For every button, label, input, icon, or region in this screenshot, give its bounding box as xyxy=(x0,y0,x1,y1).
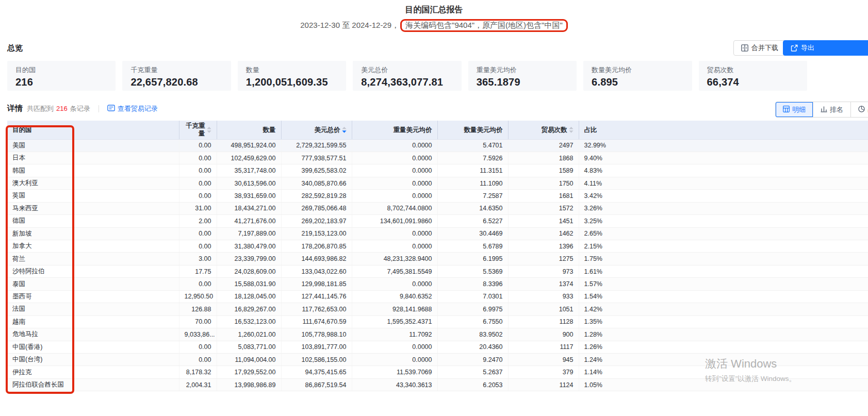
value-cell: 17,929,552.00 xyxy=(217,366,281,378)
destination-cell: 中国(香港) xyxy=(7,341,179,353)
stat-label: 重量美元均价 xyxy=(477,65,568,75)
table-row: 美国0.00498,951,924.002,729,321,599.550.00… xyxy=(7,139,868,152)
column-label: 千克重量 xyxy=(185,122,205,137)
table-icon xyxy=(783,106,790,114)
table-row: 危地马拉9,033,86...1,260,021.00105,778,988.1… xyxy=(7,328,868,341)
column-header-重量美元均价: 重量美元均价 xyxy=(352,121,437,139)
tab-明细[interactable]: 明细 xyxy=(776,102,813,117)
value-cell: 1396 xyxy=(508,240,579,253)
details-heading: 详情 xyxy=(7,104,23,113)
export-icon xyxy=(791,44,798,52)
value-cell: 777,938,577.51 xyxy=(281,152,352,164)
divider xyxy=(99,105,99,112)
value-cell: 6.2053 xyxy=(437,378,508,391)
value-cell: 105,778,988.10 xyxy=(281,328,352,341)
destination-cell: 法国 xyxy=(7,303,179,315)
value-cell: 1572 xyxy=(508,202,579,214)
value-cell: 1462 xyxy=(508,227,579,240)
value-cell: 3.25% xyxy=(579,215,868,227)
value-cell: 1.14% xyxy=(579,366,868,378)
tab-占比[interactable]: 占比 xyxy=(850,102,868,117)
value-cell: 0.0000 xyxy=(352,152,437,164)
destination-cell: 日本 xyxy=(7,152,179,164)
value-cell: 102,586,155.00 xyxy=(281,353,352,365)
value-cell: 24,028,609.00 xyxy=(217,265,281,277)
value-cell: 1051 xyxy=(508,303,579,315)
stat-label: 千克重量 xyxy=(130,65,222,75)
value-cell: 1275 xyxy=(508,253,579,265)
value-cell: 1374 xyxy=(508,278,579,290)
value-cell: 340,085,870.66 xyxy=(281,177,352,189)
column-header-千克重量[interactable]: 千克重量 xyxy=(179,121,217,139)
value-cell: 973 xyxy=(508,265,579,277)
tab-排名[interactable]: 排名 xyxy=(813,102,850,117)
value-cell: 1681 xyxy=(508,190,579,202)
value-cell: 8.3396 xyxy=(437,278,508,290)
stat-card: 千克重量 22,657,820.68 xyxy=(122,61,231,91)
sort-icon[interactable] xyxy=(207,127,211,133)
stat-label: 目的国 xyxy=(15,65,107,75)
value-cell: 945 xyxy=(508,353,579,365)
value-cell: 17.75 xyxy=(179,265,217,277)
merge-download-button[interactable]: 合并下载 xyxy=(733,40,786,56)
value-cell: 6.1995 xyxy=(437,253,508,265)
column-header-美元总价[interactable]: 美元总价 xyxy=(281,121,352,139)
stat-label: 数量 xyxy=(246,65,338,75)
value-cell: 144,693,986.82 xyxy=(281,253,352,265)
value-cell: 11.7092 xyxy=(352,328,437,341)
stat-value: 22,657,820.68 xyxy=(130,76,222,88)
value-cell: 0.0000 xyxy=(352,139,437,152)
table-row: 中国(香港)0.005,083,771.00103,891,777.000.00… xyxy=(7,341,868,353)
destination-cell: 越南 xyxy=(7,315,179,328)
table-row: 日本0.00102,459,629.00777,938,577.510.0000… xyxy=(7,152,868,164)
value-cell: 133,043,022.60 xyxy=(281,265,352,277)
export-label: 导出 xyxy=(801,43,814,53)
value-cell: 3.26% xyxy=(579,202,868,214)
sort-icon[interactable] xyxy=(569,127,574,133)
destination-table: 目的国 千克重量 数量 美元总价 重量美元均价 数量美元均价 贸易次数 占比 美… xyxy=(7,121,868,391)
value-cell: 0.0000 xyxy=(352,177,437,189)
stat-label: 美元总价 xyxy=(361,65,453,75)
value-cell: 117,762,653.00 xyxy=(281,303,352,315)
trade-records-icon xyxy=(107,105,115,113)
value-cell: 0.0000 xyxy=(352,353,437,365)
value-cell: 2497 xyxy=(508,139,579,152)
value-cell: 3.42% xyxy=(579,190,868,202)
value-cell: 14.6350 xyxy=(437,202,508,214)
value-cell: 1750 xyxy=(508,177,579,189)
value-cell: 0.00 xyxy=(179,139,217,152)
value-cell: 0.0000 xyxy=(352,240,437,253)
report-page: 目的国汇总报告 2023-12-30 至 2024-12-29，海关编码包含"9… xyxy=(0,5,868,416)
value-cell: 30.4469 xyxy=(437,227,508,240)
value-cell: 11,539.7069 xyxy=(352,366,437,378)
value-cell: 16,532,123.00 xyxy=(217,315,281,328)
value-cell: 178,206,870.85 xyxy=(281,240,352,253)
value-cell: 0.00 xyxy=(179,164,217,177)
stat-value: 365.1879 xyxy=(477,76,568,88)
value-cell: 5.6789 xyxy=(437,240,508,253)
value-cell: 282,592,819.28 xyxy=(281,190,352,202)
value-cell: 4.83% xyxy=(579,164,868,177)
value-cell: 0.00 xyxy=(179,240,217,253)
stat-card: 贸易次数 66,374 xyxy=(699,61,807,91)
view-trade-records-link[interactable]: 查看贸易记录 xyxy=(107,104,158,113)
value-cell: 1.35% xyxy=(579,315,868,328)
value-cell: 0.0000 xyxy=(352,341,437,353)
sort-icon[interactable] xyxy=(342,127,347,133)
report-subtitle: 2023-12-30 至 2024-12-29，海关编码包含"9404"，原产国… xyxy=(0,19,868,32)
export-button[interactable]: 导出 xyxy=(783,40,868,56)
column-header-目的国: 目的国 xyxy=(7,121,179,139)
stat-card: 美元总价 8,274,363,077.81 xyxy=(353,61,461,91)
value-cell: 0.0000 xyxy=(352,164,437,177)
stat-card: 数量 1,200,051,609.35 xyxy=(238,61,346,91)
table-row: 阿拉伯联合酋长国2,004.3113,998,986.8986,867,519.… xyxy=(7,378,868,391)
value-cell: 1,260,021.00 xyxy=(217,328,281,341)
value-cell: 43,340.3613 xyxy=(352,378,437,391)
destination-cell: 加拿大 xyxy=(7,240,179,253)
value-cell: 933 xyxy=(508,290,579,303)
value-cell: 0.0000 xyxy=(352,278,437,290)
table-row: 德国2.0041,271,676.00269,202,183.97134,601… xyxy=(7,215,868,227)
column-header-贸易次数[interactable]: 贸易次数 xyxy=(508,121,579,139)
destination-cell: 泰国 xyxy=(7,278,179,290)
overview-cards: 目的国 216千克重量 22,657,820.68数量 1,200,051,60… xyxy=(7,61,807,91)
